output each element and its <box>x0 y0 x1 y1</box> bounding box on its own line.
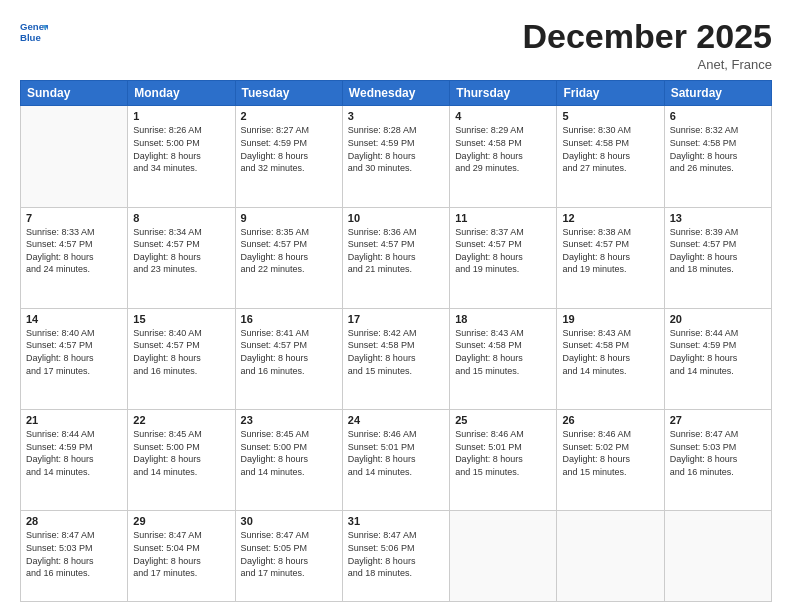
day-info: Daylight: 8 hours <box>133 555 229 568</box>
day-info: Sunrise: 8:27 AM <box>241 124 337 137</box>
day-number: 3 <box>348 110 444 122</box>
day-number: 4 <box>455 110 551 122</box>
table-row: 25Sunrise: 8:46 AMSunset: 5:01 PMDayligh… <box>450 410 557 511</box>
day-info: Sunrise: 8:47 AM <box>26 529 122 542</box>
day-info: Sunset: 4:57 PM <box>26 339 122 352</box>
day-info: Daylight: 8 hours <box>241 453 337 466</box>
table-row <box>21 106 128 207</box>
day-info: Sunrise: 8:40 AM <box>133 327 229 340</box>
table-row <box>664 511 771 602</box>
table-row: 18Sunrise: 8:43 AMSunset: 4:58 PMDayligh… <box>450 308 557 409</box>
day-number: 2 <box>241 110 337 122</box>
day-info: Sunset: 5:03 PM <box>26 542 122 555</box>
table-row: 17Sunrise: 8:42 AMSunset: 4:58 PMDayligh… <box>342 308 449 409</box>
day-info: Daylight: 8 hours <box>348 352 444 365</box>
header: General Blue December 2025 Anet, France <box>20 18 772 72</box>
table-row: 29Sunrise: 8:47 AMSunset: 5:04 PMDayligh… <box>128 511 235 602</box>
day-info: Sunrise: 8:29 AM <box>455 124 551 137</box>
day-info: and 15 minutes. <box>562 466 658 479</box>
day-number: 28 <box>26 515 122 527</box>
day-info: and 14 minutes. <box>26 466 122 479</box>
day-info: Sunrise: 8:46 AM <box>562 428 658 441</box>
day-info: Daylight: 8 hours <box>241 352 337 365</box>
day-number: 9 <box>241 212 337 224</box>
day-info: Sunrise: 8:43 AM <box>562 327 658 340</box>
day-info: Daylight: 8 hours <box>241 555 337 568</box>
day-info: Daylight: 8 hours <box>348 555 444 568</box>
day-info: Sunrise: 8:40 AM <box>26 327 122 340</box>
day-number: 16 <box>241 313 337 325</box>
day-number: 8 <box>133 212 229 224</box>
day-info: Sunset: 4:59 PM <box>348 137 444 150</box>
day-info: and 22 minutes. <box>241 263 337 276</box>
day-info: and 14 minutes. <box>241 466 337 479</box>
day-number: 19 <box>562 313 658 325</box>
day-info: and 21 minutes. <box>348 263 444 276</box>
table-row: 14Sunrise: 8:40 AMSunset: 4:57 PMDayligh… <box>21 308 128 409</box>
day-info: Sunset: 4:58 PM <box>455 339 551 352</box>
logo: General Blue <box>20 18 48 46</box>
day-info: and 32 minutes. <box>241 162 337 175</box>
table-row: 2Sunrise: 8:27 AMSunset: 4:59 PMDaylight… <box>235 106 342 207</box>
day-info: Daylight: 8 hours <box>562 352 658 365</box>
table-row: 4Sunrise: 8:29 AMSunset: 4:58 PMDaylight… <box>450 106 557 207</box>
day-info: Sunrise: 8:47 AM <box>670 428 766 441</box>
month-title: December 2025 <box>522 18 772 55</box>
col-saturday: Saturday <box>664 81 771 106</box>
day-info: Sunrise: 8:45 AM <box>133 428 229 441</box>
day-info: Sunset: 5:01 PM <box>455 441 551 454</box>
day-info: Daylight: 8 hours <box>26 251 122 264</box>
day-info: and 18 minutes. <box>670 263 766 276</box>
day-info: Daylight: 8 hours <box>133 150 229 163</box>
day-info: Sunset: 5:01 PM <box>348 441 444 454</box>
table-row <box>557 511 664 602</box>
table-row: 28Sunrise: 8:47 AMSunset: 5:03 PMDayligh… <box>21 511 128 602</box>
day-info: Sunset: 4:57 PM <box>241 339 337 352</box>
day-info: and 16 minutes. <box>670 466 766 479</box>
day-info: Daylight: 8 hours <box>133 453 229 466</box>
day-number: 12 <box>562 212 658 224</box>
day-info: and 18 minutes. <box>348 567 444 580</box>
table-row: 15Sunrise: 8:40 AMSunset: 4:57 PMDayligh… <box>128 308 235 409</box>
day-info: Sunrise: 8:46 AM <box>348 428 444 441</box>
day-info: Daylight: 8 hours <box>670 352 766 365</box>
day-info: Daylight: 8 hours <box>348 453 444 466</box>
table-row: 10Sunrise: 8:36 AMSunset: 4:57 PMDayligh… <box>342 207 449 308</box>
day-number: 6 <box>670 110 766 122</box>
day-info: Sunset: 5:05 PM <box>241 542 337 555</box>
table-row: 1Sunrise: 8:26 AMSunset: 5:00 PMDaylight… <box>128 106 235 207</box>
day-info: and 14 minutes. <box>348 466 444 479</box>
day-info: Sunrise: 8:45 AM <box>241 428 337 441</box>
day-info: Sunset: 4:58 PM <box>455 137 551 150</box>
day-info: Sunset: 4:57 PM <box>455 238 551 251</box>
day-info: and 15 minutes. <box>455 365 551 378</box>
day-info: and 23 minutes. <box>133 263 229 276</box>
col-tuesday: Tuesday <box>235 81 342 106</box>
day-info: Sunset: 4:59 PM <box>241 137 337 150</box>
day-info: Daylight: 8 hours <box>133 352 229 365</box>
day-info: Daylight: 8 hours <box>26 555 122 568</box>
day-info: Daylight: 8 hours <box>348 251 444 264</box>
day-info: Sunset: 4:57 PM <box>133 339 229 352</box>
table-row: 12Sunrise: 8:38 AMSunset: 4:57 PMDayligh… <box>557 207 664 308</box>
day-number: 14 <box>26 313 122 325</box>
day-info: Sunset: 4:57 PM <box>26 238 122 251</box>
day-number: 18 <box>455 313 551 325</box>
col-monday: Monday <box>128 81 235 106</box>
table-row <box>450 511 557 602</box>
page: General Blue December 2025 Anet, France … <box>0 0 792 612</box>
day-info: Sunrise: 8:36 AM <box>348 226 444 239</box>
day-info: and 17 minutes. <box>133 567 229 580</box>
day-info: and 30 minutes. <box>348 162 444 175</box>
day-info: Sunrise: 8:42 AM <box>348 327 444 340</box>
table-row: 23Sunrise: 8:45 AMSunset: 5:00 PMDayligh… <box>235 410 342 511</box>
day-info: Sunrise: 8:47 AM <box>241 529 337 542</box>
day-info: and 19 minutes. <box>455 263 551 276</box>
day-info: Daylight: 8 hours <box>26 352 122 365</box>
col-thursday: Thursday <box>450 81 557 106</box>
day-info: Daylight: 8 hours <box>455 352 551 365</box>
day-info: Sunrise: 8:35 AM <box>241 226 337 239</box>
day-info: Sunset: 5:00 PM <box>133 137 229 150</box>
table-row: 7Sunrise: 8:33 AMSunset: 4:57 PMDaylight… <box>21 207 128 308</box>
day-info: and 24 minutes. <box>26 263 122 276</box>
